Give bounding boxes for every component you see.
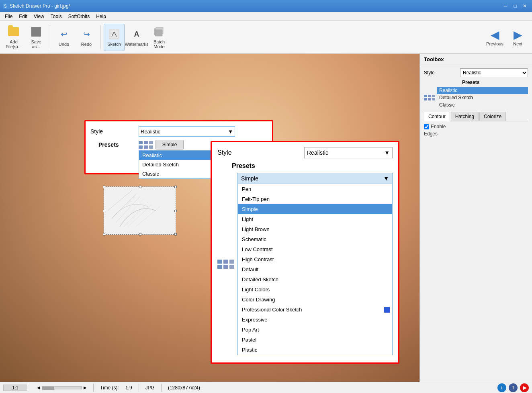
toolbox-style-opt-detailed[interactable]: Detailed Sketch xyxy=(437,94,528,101)
close-button[interactable]: ✕ xyxy=(521,2,529,10)
toolbox-contour-section: Enable Edges xyxy=(424,121,528,139)
toolbox-style-label: Style xyxy=(424,70,460,76)
toolbox-preset-row: Realistic Detailed Sketch Classic xyxy=(424,87,528,108)
lp-opt-plastic[interactable]: Plastic xyxy=(238,345,392,355)
large-popup-style-select[interactable]: Realistic ▼ xyxy=(304,147,393,158)
lp-opt-light[interactable]: Light xyxy=(238,214,392,224)
time-label: Time (s): xyxy=(100,385,119,391)
next-arrow-icon: ▶ xyxy=(514,28,522,41)
next-label: Next xyxy=(513,41,522,46)
minimize-button[interactable]: ─ xyxy=(501,2,509,10)
lp-opt-expressive[interactable]: Expressive xyxy=(238,315,392,325)
lp-opt-pen[interactable]: Pen xyxy=(238,184,392,194)
menu-view[interactable]: View xyxy=(31,13,47,20)
canvas-area[interactable]: Style Realistic ▼ Presets xyxy=(0,54,419,382)
small-popup-style-value: Realistic xyxy=(141,129,160,135)
save-as-button[interactable]: Saveas... xyxy=(26,24,47,51)
svg-rect-7 xyxy=(155,30,162,36)
lp-opt-light-colors[interactable]: Light Colors xyxy=(238,285,392,295)
toolbox-style-select[interactable]: Realistic Detailed Sketch Classic xyxy=(460,68,528,77)
folder-icon xyxy=(7,26,20,38)
small-popup-style-select[interactable]: Realistic ▼ xyxy=(139,126,235,137)
lp-opt-pro-color[interactable]: Professional Color Sketch xyxy=(238,305,384,315)
toolbox-body: Style Realistic Detailed Sketch Classic … xyxy=(420,65,532,142)
sketch-label: Sketch xyxy=(107,42,121,47)
svg-rect-2 xyxy=(110,31,118,38)
enable-label: Enable xyxy=(431,124,446,129)
sketch-icon xyxy=(108,28,121,41)
large-popup-preset-select[interactable]: Simple ▼ xyxy=(237,173,393,184)
lp-opt-default[interactable]: Default xyxy=(238,264,392,274)
large-popup-preset-dropdown[interactable]: Pen Felt-Tip pen Simple Light Light Brow… xyxy=(237,184,393,355)
lp-opt-pastel[interactable]: Pastel xyxy=(238,335,392,345)
batch-mode-button[interactable]: BatchMode xyxy=(149,24,170,51)
format-value: JPG xyxy=(145,385,155,391)
small-popup-preset-value: Simple xyxy=(162,142,177,147)
main-content: Style Realistic ▼ Presets xyxy=(0,54,532,382)
youtube-button[interactable]: ▶ xyxy=(520,383,529,392)
menu-edit[interactable]: Edit xyxy=(16,13,31,20)
redo-button[interactable]: ↩ Redo xyxy=(76,24,97,51)
lp-opt-detailed-sketch[interactable]: Detailed Sketch xyxy=(238,274,392,285)
lp-opt-simple[interactable]: Simple xyxy=(238,204,392,214)
menu-help[interactable]: Help xyxy=(93,13,109,20)
facebook-button[interactable]: f xyxy=(509,383,518,392)
status-separator-2 xyxy=(139,384,139,392)
selection-handle-mr[interactable] xyxy=(174,210,177,212)
add-file-button[interactable]: AddFile(s)... xyxy=(3,24,24,51)
selection-handle-tr[interactable] xyxy=(174,186,177,188)
previous-button[interactable]: ◀ Previous xyxy=(484,24,506,51)
menu-tools[interactable]: Tools xyxy=(47,13,65,20)
menu-file[interactable]: File xyxy=(2,13,16,20)
lp-opt-high-contrast[interactable]: High Contrast xyxy=(238,254,392,264)
watermarks-button[interactable]: A Watermarks xyxy=(126,24,147,51)
toolbox-style-opt-realistic[interactable]: Realistic xyxy=(437,87,528,94)
toolbox-style-opt-classic[interactable]: Classic xyxy=(437,101,528,108)
lp-opt-schematic[interactable]: Schematic xyxy=(238,234,392,244)
scroll-track[interactable] xyxy=(42,386,82,389)
enable-checkbox[interactable] xyxy=(424,124,429,129)
selection-handle-br[interactable] xyxy=(174,233,177,235)
toolbox-panel: Toolbox Style Realistic Detailed Sketch … xyxy=(419,54,532,382)
large-popup-presets-label: Presets xyxy=(217,162,393,170)
watermarks-icon: A xyxy=(130,28,143,41)
status-bar: 1:1 ◀ ▶ Time (s): 1.9 JPG (1280x877x24) … xyxy=(0,382,532,393)
tab-hatching[interactable]: Hatching xyxy=(451,112,479,121)
maximize-button[interactable]: □ xyxy=(511,2,519,10)
undo-button[interactable]: ↩ Undo xyxy=(53,24,74,51)
tab-contour[interactable]: Contour xyxy=(424,112,450,121)
large-popup-preset-container: Simple ▼ Pen Felt-Tip pen Simple Light L… xyxy=(237,173,393,355)
title-bar: S Sketch Drawer Pro - girl.jpg* ─ □ ✕ xyxy=(0,0,532,12)
lp-opt-felt-tip[interactable]: Felt-Tip pen xyxy=(238,194,392,204)
menu-bar: File Edit View Tools SoftOrbits Help xyxy=(0,12,532,21)
selection-handle-bl[interactable] xyxy=(103,233,105,235)
lp-opt-pro-color-row[interactable]: Professional Color Sketch xyxy=(238,305,392,315)
toolbar: AddFile(s)... Saveas... ↩ Undo ↩ Redo xyxy=(0,21,532,54)
lp-opt-pop-art[interactable]: Pop Art xyxy=(238,325,392,335)
lp-opt-low-contrast[interactable]: Low Contrast xyxy=(238,244,392,254)
sketch-button[interactable]: Sketch xyxy=(104,24,125,51)
scroll-right-icon[interactable]: ▶ xyxy=(84,385,87,390)
selection-handle-tm[interactable] xyxy=(139,186,141,188)
scroll-bar[interactable]: ◀ ▶ xyxy=(37,385,87,390)
scroll-thumb[interactable] xyxy=(42,387,54,390)
toolbox-style-row: Style Realistic Detailed Sketch Classic xyxy=(424,68,528,77)
window-controls: ─ □ ✕ xyxy=(501,2,529,10)
add-file-label: AddFile(s)... xyxy=(6,39,22,49)
toolbox-presets-label: Presets xyxy=(424,80,528,85)
toolbox-preset-icons xyxy=(424,95,435,100)
previous-label: Previous xyxy=(486,41,503,46)
info-button[interactable]: i xyxy=(497,383,506,392)
selection-handle-bm[interactable] xyxy=(139,233,141,235)
next-button[interactable]: ▶ Next xyxy=(507,24,529,51)
previous-arrow-icon: ◀ xyxy=(491,28,499,41)
lp-opt-color-drawing[interactable]: Color Drawing xyxy=(238,295,392,305)
small-popup-preset-button[interactable]: Simple xyxy=(156,140,184,149)
selection-handle-ml[interactable] xyxy=(103,210,105,212)
scroll-left-icon[interactable]: ◀ xyxy=(37,385,40,390)
menu-softorbits[interactable]: SoftOrbits xyxy=(65,13,93,20)
tab-colorize[interactable]: Colorize xyxy=(479,112,506,121)
lp-opt-light-brown[interactable]: Light Brown xyxy=(238,224,392,234)
selection-handle-tl[interactable] xyxy=(103,186,105,188)
selection-box[interactable] xyxy=(104,186,176,235)
